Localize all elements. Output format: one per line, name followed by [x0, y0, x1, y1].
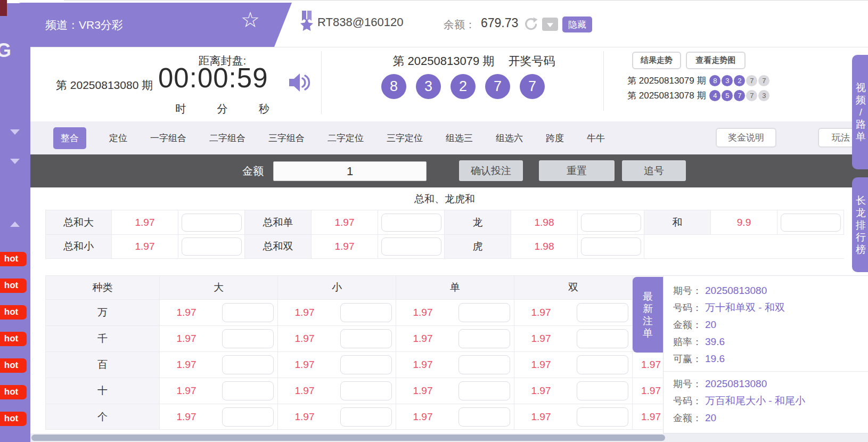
hot-badge[interactable]: hot — [0, 358, 27, 373]
tab-牛牛[interactable]: 牛牛 — [587, 132, 605, 144]
tab-三字定位[interactable]: 三字定位 — [387, 132, 423, 144]
tab-三字组合[interactable]: 三字组合 — [268, 132, 305, 144]
reset-button[interactable]: 重置 — [539, 160, 615, 181]
vertical-tab-char: 注 — [643, 315, 653, 327]
hot-badge[interactable]: hot — [0, 332, 27, 346]
vertical-tab-char: 行 — [856, 231, 866, 243]
bet-input-和[interactable] — [781, 214, 841, 232]
result-trend-button[interactable]: 结果走势 — [632, 52, 681, 69]
bet-cell: 1.97 — [396, 404, 514, 430]
order-field-value: 39.6 — [705, 336, 725, 348]
history-ball: 7 — [758, 75, 769, 86]
bet-input-万-大[interactable] — [222, 303, 274, 322]
tab-组选六[interactable]: 组选六 — [496, 132, 523, 144]
balance-dropdown-button[interactable] — [542, 18, 558, 31]
hot-badge[interactable]: hot — [0, 412, 27, 426]
bet-input-千-小[interactable] — [340, 329, 392, 348]
bet-input-十-大[interactable] — [222, 381, 274, 400]
bet-input-个-大[interactable] — [222, 407, 274, 427]
odds-value: 1.97 — [633, 385, 661, 397]
tab-一字组合[interactable]: 一字组合 — [150, 132, 186, 144]
order-divider — [664, 371, 868, 372]
bet-input-十-双[interactable] — [577, 381, 628, 400]
bonus-info-button[interactable]: 奖金说明 — [716, 128, 776, 148]
order-field-value: 20 — [705, 412, 716, 424]
history-ball: 2 — [734, 75, 745, 86]
history-ball: 8 — [709, 75, 720, 86]
star-icon[interactable]: ☆ — [241, 7, 260, 32]
order-field-label: 号码： — [673, 301, 702, 314]
chase-number-button[interactable]: 追号 — [622, 160, 686, 181]
bet-input-千-双[interactable] — [577, 329, 628, 348]
view-trend-chart-button[interactable]: 查看走势图 — [686, 52, 746, 69]
amount-input[interactable] — [273, 161, 427, 181]
tab-定位[interactable]: 定位 — [109, 132, 127, 144]
bet-cell: 1.97 — [160, 325, 278, 351]
corner-mark — [0, 0, 7, 16]
bet-cell: 1.97 — [160, 299, 278, 325]
hide-button[interactable]: 隐藏 — [562, 17, 592, 32]
bet-cell: 1.97 — [160, 351, 278, 378]
order-field-label: 金额： — [673, 318, 702, 331]
tab-跨度[interactable]: 跨度 — [546, 132, 564, 144]
table-row: 百1.971.971.971.971.97 — [45, 351, 751, 378]
blank-cell — [777, 234, 844, 259]
odds-value: 1.97 — [160, 333, 213, 345]
bet-cell: 1.97 — [396, 299, 514, 325]
top-border — [64, 0, 868, 1]
dragon-rank-tab[interactable]: 长龙排行榜 — [852, 177, 868, 272]
bet-input-龙[interactable] — [581, 214, 641, 232]
order-field-label: 期号： — [673, 284, 702, 297]
bet-input-千-大[interactable] — [222, 329, 274, 348]
tab-二字组合[interactable]: 二字组合 — [209, 132, 245, 144]
bet-input-万-小[interactable] — [340, 303, 392, 322]
bet-input-虎[interactable] — [581, 238, 641, 256]
tab-二字定位[interactable]: 二字定位 — [327, 132, 364, 144]
odds-value: 1.97 — [514, 411, 568, 423]
speaker-icon[interactable] — [288, 71, 313, 94]
hot-badge[interactable]: hot — [0, 279, 27, 293]
hot-badge[interactable]: hot — [0, 305, 27, 320]
hot-badge[interactable]: hot — [0, 385, 27, 399]
order-field-label: 期号： — [673, 378, 702, 390]
bet-input-百-小[interactable] — [340, 355, 392, 374]
bet-input-总和大[interactable] — [182, 214, 242, 232]
bet-input-总和小[interactable] — [182, 238, 242, 256]
horizontal-scrollbar — [30, 433, 868, 442]
bet-input-个-双[interactable] — [577, 407, 628, 427]
refresh-icon[interactable] — [523, 17, 539, 32]
bet-input-百-大[interactable] — [222, 355, 274, 374]
divider — [321, 51, 322, 114]
chevron-down-icon[interactable] — [10, 159, 20, 164]
tab-整合[interactable]: 整合 — [53, 127, 86, 149]
tab-组选三[interactable]: 组选三 — [446, 132, 473, 144]
channel-label: 频道：VR3分彩 — [45, 18, 123, 32]
confirm-bet-button[interactable]: 确认投注 — [459, 160, 523, 181]
bet-input-总和双[interactable] — [381, 238, 441, 256]
hot-badge[interactable]: hot — [0, 252, 27, 266]
bet-input-个-小[interactable] — [340, 407, 392, 427]
medal-icon — [298, 11, 315, 37]
bet-input-十-单[interactable] — [458, 381, 510, 400]
bet-input-百-单[interactable] — [458, 355, 510, 374]
bet-input-十-小[interactable] — [340, 381, 392, 400]
video-road-tab[interactable]: 视频/路单 — [852, 55, 868, 169]
column-header-单: 单 — [396, 275, 514, 299]
sum-input-cell — [178, 234, 245, 259]
bet-input-总和单[interactable] — [381, 214, 441, 232]
sum-label-总和单: 总和单 — [245, 210, 312, 234]
bet-input-个-单[interactable] — [458, 407, 510, 427]
order-field-value: 20 — [705, 319, 716, 331]
unit-minute: 分 — [217, 102, 227, 116]
bet-input-千-单[interactable] — [458, 329, 510, 348]
latest-orders-tab[interactable]: 最新注单 — [633, 277, 663, 353]
chevron-down-icon[interactable] — [10, 129, 20, 135]
chevron-up-icon[interactable] — [10, 222, 20, 227]
scrollbar-thumb[interactable] — [31, 435, 665, 441]
vertical-tab-char: 频 — [856, 94, 866, 106]
odds-value: 1.97 — [312, 210, 378, 234]
bet-input-万-单[interactable] — [458, 303, 510, 322]
bet-input-万-双[interactable] — [577, 303, 628, 322]
sum-input-cell — [378, 234, 445, 259]
bet-input-百-双[interactable] — [577, 355, 628, 374]
